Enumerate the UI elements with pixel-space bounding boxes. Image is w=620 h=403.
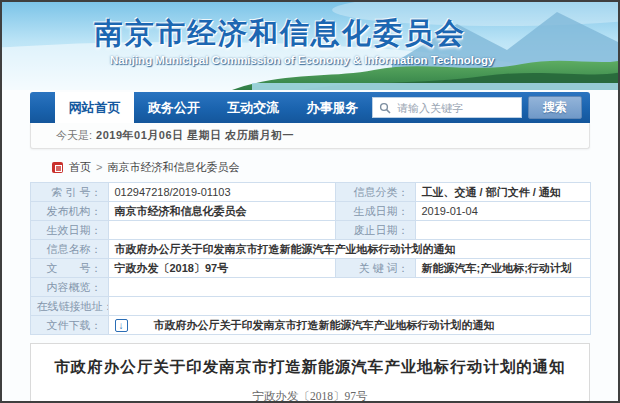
article-box: 市政府办公厅关于印发南京市打造新能源汽车产业地标行动计划的通知 宁政办发〔201…: [30, 343, 590, 403]
info-name-label: 信息名称：: [30, 240, 108, 259]
table-row: 索 引 号： 012947218/2019-01103 信息分类： 工业、交通 …: [30, 183, 590, 202]
tab-interaction[interactable]: 互动交流: [214, 92, 293, 123]
breadcrumb-current[interactable]: 南京市经济和信息化委员会: [107, 160, 239, 175]
download-cell: ↓ 市政府办公厅关于印发南京市打造新能源汽车产业地标行动计划的通知: [115, 318, 584, 333]
search-icon: [379, 102, 391, 114]
search-input[interactable]: [373, 99, 521, 118]
publisher-label: 发布机构：: [30, 202, 108, 221]
tab-gov-affairs[interactable]: 政务公开: [134, 92, 213, 123]
table-row: 生效日期： 废止日期：: [30, 221, 590, 240]
table-row: 发布机构： 南京市经济和信息化委员会 生成日期： 2019-01-04: [30, 202, 590, 221]
publisher-value: 南京市经济和信息化委员会: [108, 202, 335, 221]
info-disclosure-table: 索 引 号： 012947218/2019-01103 信息分类： 工业、交通 …: [30, 182, 591, 335]
article-doc-number: 宁政办发〔2018〕97号: [31, 389, 589, 403]
download-label: 文件下载：: [30, 316, 108, 335]
keywords-value: 新能源汽车;产业地标;行动计划: [415, 259, 590, 278]
download-icon[interactable]: ↓: [115, 319, 128, 332]
category-value: 工业、交通 / 部门文件 / 通知: [415, 183, 590, 202]
date-value: 2019年01月06日 星期日 农历腊月初一: [96, 128, 294, 143]
site-subtitle-english: Nanjing Municipal Commission of Economy …: [110, 54, 494, 66]
breadcrumb-home-link[interactable]: 首页: [69, 160, 91, 175]
table-row: 内容概览：: [30, 278, 590, 297]
keywords-label: 关 键 词：: [335, 259, 415, 278]
breadcrumb-home-icon: [52, 162, 63, 173]
breadcrumb-separator: >: [96, 161, 102, 173]
date-prefix: 今天是:: [56, 128, 92, 143]
doc-number-label: 文 号：: [30, 259, 108, 278]
date-bar: 今天是: 2019年01月06日 星期日 农历腊月初一: [30, 123, 590, 149]
summary-label: 内容概览：: [30, 278, 108, 297]
created-date-value: 2019-01-04: [415, 202, 590, 221]
search-area: 搜索: [372, 96, 590, 119]
search-box: [372, 97, 522, 118]
table-row: 在线链接地址：: [30, 297, 590, 316]
category-label: 信息分类：: [335, 183, 415, 202]
doc-number-value: 宁政办发〔2018〕97号: [108, 259, 335, 278]
online-link-label: 在线链接地址：: [30, 297, 108, 316]
created-date-label: 生成日期：: [335, 202, 415, 221]
main-nav: 网站首页 政务公开 互动交流 办事服务 搜索: [30, 92, 590, 123]
expire-date-value: [415, 221, 590, 240]
table-row: 文件下载： ↓ 市政府办公厅关于印发南京市打造新能源汽车产业地标行动计划的通知: [30, 316, 590, 335]
content-area: 首页 > 南京市经济和信息化委员会 索 引 号： 012947218/2019-…: [2, 149, 618, 403]
index-number-value: 012947218/2019-01103: [108, 183, 335, 202]
page: 南京市经济和信息化委员会 Nanjing Municipal Commissio…: [0, 0, 620, 403]
table-row: 文 号： 宁政办发〔2018〕97号 关 键 词： 新能源汽车;产业地标;行动计…: [30, 259, 590, 278]
tab-services[interactable]: 办事服务: [293, 92, 372, 123]
download-file-link[interactable]: 市政府办公厅关于印发南京市打造新能源汽车产业地标行动计划的通知: [154, 318, 495, 333]
site-title: 南京市经济和信息化委员会: [94, 14, 466, 54]
effective-date-label: 生效日期：: [30, 221, 108, 240]
effective-date-value: [108, 221, 335, 240]
info-name-value: 市政府办公厅关于印发南京市打造新能源汽车产业地标行动计划的通知: [108, 240, 590, 259]
online-link-value: [108, 297, 590, 316]
breadcrumb: 首页 > 南京市经济和信息化委员会: [30, 159, 590, 175]
summary-value: [108, 278, 590, 297]
index-number-label: 索 引 号：: [30, 183, 108, 202]
article-title: 市政府办公厅关于印发南京市打造新能源汽车产业地标行动计划的通知: [31, 357, 589, 378]
expire-date-label: 废止日期：: [335, 221, 415, 240]
table-row: 信息名称： 市政府办公厅关于印发南京市打造新能源汽车产业地标行动计划的通知: [30, 240, 590, 259]
header-banner: 南京市经济和信息化委员会 Nanjing Municipal Commissio…: [2, 2, 618, 90]
search-button[interactable]: 搜索: [528, 96, 582, 119]
tab-home[interactable]: 网站首页: [55, 92, 134, 123]
